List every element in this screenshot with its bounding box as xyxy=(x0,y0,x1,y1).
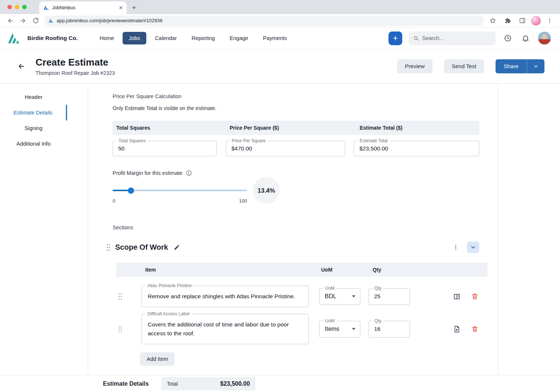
sidebar-item-signing[interactable]: Signing xyxy=(0,120,67,136)
page-title-block: Create Estimate Thompson Roof Repair Job… xyxy=(36,57,115,76)
chevron-down-icon xyxy=(470,244,476,250)
estimate-sidebar-nav: Header Estimate Details Signing Addition… xyxy=(0,89,67,152)
qty-field[interactable]: Qty 25 xyxy=(369,288,410,305)
share-button[interactable]: Share xyxy=(496,59,527,73)
side-panel-button[interactable] xyxy=(516,15,528,27)
send-test-button[interactable]: Send Test xyxy=(444,59,484,73)
qty-field[interactable]: Qty 16 xyxy=(369,321,410,338)
section-drag-handle[interactable] xyxy=(106,243,111,252)
item-drag-handle[interactable] xyxy=(118,293,123,300)
price-per-square-field[interactable]: Price Per Square $470.00 xyxy=(226,141,346,156)
browser-profile-avatar[interactable] xyxy=(531,16,541,26)
item-name-label: Atlas Pinnacle Pristine xyxy=(146,283,193,288)
info-icon[interactable] xyxy=(186,170,192,176)
notifications-button[interactable] xyxy=(520,33,531,44)
zoom-window-button[interactable] xyxy=(22,5,27,9)
back-button[interactable] xyxy=(15,60,28,73)
search-icon xyxy=(413,35,419,41)
section-collapse-button[interactable] xyxy=(467,242,479,253)
main-nav: Home Jobs Calendar Reporting Engage Paym… xyxy=(93,32,293,44)
estimate-total-field[interactable]: Estimate Total $23,500.00 xyxy=(354,141,479,156)
qty-value: 25 xyxy=(374,293,380,300)
section-menu-button[interactable] xyxy=(450,242,461,253)
section-header: Scope Of Work xyxy=(106,242,479,253)
uom-value: Items xyxy=(325,326,339,332)
nav-item-payments[interactable]: Payments xyxy=(257,32,293,44)
qty-label: Qty xyxy=(373,318,383,323)
window-controls xyxy=(7,5,27,9)
uom-label: UoM xyxy=(323,318,336,323)
nav-item-jobs[interactable]: Jobs xyxy=(123,32,147,44)
footer-total: Total $23,500.00 xyxy=(161,377,255,391)
estimate-total-value: $23,500.00 xyxy=(359,145,388,152)
item-template-button[interactable] xyxy=(453,293,461,300)
uom-select[interactable]: UoM Items xyxy=(319,321,360,338)
minimize-window-button[interactable] xyxy=(15,5,19,9)
uom-select[interactable]: UoM BDL xyxy=(319,288,360,305)
new-tab-button[interactable]: + xyxy=(129,3,139,13)
recent-activity-button[interactable] xyxy=(502,33,513,44)
item-row: Difficult Access Labor Covers the additi… xyxy=(116,314,487,344)
profit-margin-value-badge: 13.4% xyxy=(253,177,280,204)
url-bar[interactable]: app.jobnimbus.com/job/previewestimate/#1… xyxy=(44,16,484,26)
browser-reload-button[interactable] xyxy=(30,15,41,27)
nav-item-home[interactable]: Home xyxy=(93,32,120,44)
profit-margin-slider[interactable] xyxy=(113,187,247,193)
extensions-icon xyxy=(504,17,511,24)
share-dropdown-button[interactable] xyxy=(527,59,544,73)
kebab-icon xyxy=(547,18,553,24)
total-squares-field[interactable]: Total Squares 50 xyxy=(113,141,217,156)
site-icon xyxy=(49,19,54,23)
company-logo-icon xyxy=(8,33,22,43)
item-description-field[interactable]: Difficult Access Labor Covers the additi… xyxy=(141,314,309,344)
preview-button[interactable]: Preview xyxy=(397,59,432,73)
profit-margin-slider-block: 0 100 13.4% xyxy=(113,187,479,204)
browser-forward-button[interactable] xyxy=(17,15,29,27)
sidebar-item-additional-info[interactable]: Additional Info xyxy=(0,136,67,152)
browser-menu-button[interactable] xyxy=(544,15,556,27)
back-arrow-icon xyxy=(17,62,26,70)
nav-item-engage[interactable]: Engage xyxy=(223,32,254,44)
price-per-square-value: $470.00 xyxy=(231,145,252,152)
calc-fields-row: Total Squares 50 Price Per Square $470.0… xyxy=(113,141,479,156)
search-input[interactable] xyxy=(422,35,491,41)
reload-icon xyxy=(32,17,39,24)
extensions-button[interactable] xyxy=(501,15,513,27)
delete-item-button[interactable] xyxy=(471,293,479,300)
add-item-button[interactable]: Add Item xyxy=(140,352,175,366)
select-arrow-icon xyxy=(352,295,356,298)
items-col-uom: UoM xyxy=(321,267,373,273)
close-window-button[interactable] xyxy=(7,5,12,9)
trash-icon xyxy=(471,325,479,333)
uom-label: UoM xyxy=(323,286,336,291)
qty-label: Qty xyxy=(373,286,383,291)
clock-icon xyxy=(504,34,512,42)
browser-back-button[interactable] xyxy=(4,15,16,27)
quick-add-button[interactable]: + xyxy=(389,31,402,45)
sidebar-item-header[interactable]: Header xyxy=(0,89,67,105)
sections-label: Sections xyxy=(113,225,479,230)
chevron-down-icon xyxy=(533,63,539,69)
footer-bar: Estimate Details Total $23,500.00 xyxy=(0,375,560,392)
item-drag-handle[interactable] xyxy=(118,325,123,333)
item-row: Atlas Pinnacle Pristine Remove and repla… xyxy=(116,286,487,307)
slider-max-label: 100 xyxy=(239,198,247,204)
edit-section-button[interactable] xyxy=(174,244,180,250)
tab-title: JobNimbus xyxy=(52,5,115,10)
sidebar-item-estimate-details[interactable]: Estimate Details xyxy=(0,105,67,120)
nav-item-reporting[interactable]: Reporting xyxy=(185,32,221,44)
browser-tab[interactable]: JobNimbus ✕ xyxy=(39,1,127,14)
tab-close-icon[interactable]: ✕ xyxy=(118,5,124,11)
profit-margin-slider-thumb[interactable] xyxy=(128,187,134,194)
bookmark-star-button[interactable] xyxy=(487,15,499,27)
star-icon xyxy=(489,17,496,24)
user-avatar[interactable] xyxy=(538,31,551,45)
footer-total-label: Total xyxy=(167,381,178,387)
item-description-field[interactable]: Atlas Pinnacle Pristine Remove and repla… xyxy=(141,286,309,307)
nav-item-calendar[interactable]: Calendar xyxy=(149,32,183,44)
save-item-template-button[interactable] xyxy=(453,325,461,333)
global-search[interactable] xyxy=(409,31,496,45)
delete-item-button[interactable] xyxy=(471,325,479,333)
header-right: + xyxy=(389,31,551,45)
company-name: Birdie Roofing Co. xyxy=(27,35,78,41)
